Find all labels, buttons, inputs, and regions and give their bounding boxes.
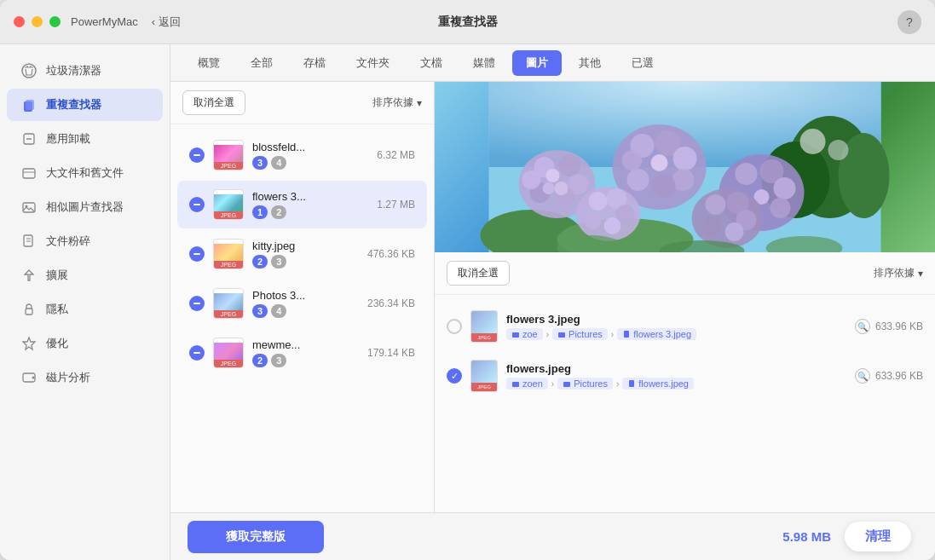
tab-all[interactable]: 全部	[237, 50, 286, 76]
list-item[interactable]: JPEG mewme... 2 3 179.14 KB	[177, 329, 427, 377]
svg-point-35	[543, 182, 555, 194]
deselect-icon[interactable]	[189, 246, 205, 262]
tab-overview[interactable]: 概覽	[184, 50, 234, 76]
trash-icon	[20, 62, 38, 79]
clean-button[interactable]: 清理	[845, 522, 911, 551]
preview-file-list: JPEG flowers 3.jpeg zoe	[435, 295, 935, 512]
list-item[interactable]: JPEG Photos 3... 3 4 236.34 KB	[177, 280, 427, 327]
deselect-icon[interactable]	[189, 345, 205, 361]
list-item[interactable]: JPEG flowers 3... 1 2 1.27 MB	[177, 181, 427, 228]
sidebar-disk-label: 磁片分析	[46, 370, 90, 385]
back-button[interactable]: ‹ 返回	[152, 14, 181, 30]
file-badges: 2 3	[252, 354, 359, 367]
path-subfolder: Pictures	[552, 328, 608, 340]
svg-point-46	[736, 163, 758, 185]
deselect-icon[interactable]	[189, 197, 205, 212]
sidebar-item-similar-photos[interactable]: 相似圖片查找器	[7, 191, 163, 223]
file-name: Photos 3...	[252, 289, 359, 302]
svg-point-63	[703, 217, 722, 236]
close-button[interactable]	[14, 16, 25, 27]
tab-document[interactable]: 文檔	[407, 50, 456, 76]
file-badges: 3 4	[252, 156, 368, 170]
sidebar-shredder-label: 文件粉碎	[46, 234, 90, 249]
svg-rect-5	[26, 100, 34, 110]
preview-deselect-all-button[interactable]: 取消全選	[447, 261, 510, 286]
svg-point-67	[800, 129, 826, 154]
svg-rect-8	[23, 169, 35, 178]
tab-media[interactable]: 媒體	[459, 50, 509, 76]
deselect-all-button[interactable]: 取消全選	[182, 90, 245, 115]
list-item[interactable]: JPEG blossfeld... 3 4 6.32 MB	[177, 131, 427, 179]
get-full-version-button[interactable]: 獲取完整版	[188, 521, 324, 553]
magnify-icon[interactable]: 🔍	[855, 319, 870, 334]
file-thumbnail: JPEG	[213, 338, 244, 368]
file-info: Photos 3... 3 4	[252, 289, 359, 318]
preview-file-path: zoen › Pictures ›	[506, 378, 846, 390]
sidebar-optimize-label: 優化	[46, 336, 68, 351]
disk-icon	[20, 369, 38, 386]
minimize-button[interactable]	[32, 16, 43, 27]
file-list-header: 取消全選 排序依據 ▾	[170, 82, 434, 124]
preview-sort-button[interactable]: 排序依據 ▾	[874, 266, 923, 280]
sidebar-uninstall-label: 應用卸載	[46, 131, 90, 147]
total-size: 5.98 MB	[782, 529, 831, 544]
svg-point-53	[589, 192, 608, 211]
tab-other[interactable]: 其他	[565, 50, 615, 76]
sidebar-item-shredder[interactable]: 文件粉碎	[7, 225, 163, 257]
deselect-icon[interactable]	[189, 296, 205, 311]
sidebar-item-duplicate[interactable]: 重複查找器	[7, 89, 163, 121]
duplicate-icon	[20, 96, 38, 113]
svg-point-33	[546, 169, 560, 182]
main-window: PowerMyMac ‹ 返回 重複查找器 ? 垃圾清潔器 重複查找器	[0, 0, 935, 560]
sidebar-item-trash[interactable]: 垃圾清潔器	[7, 55, 163, 87]
file-name: blossfeld...	[252, 141, 368, 153]
badge-count2: 4	[271, 156, 286, 170]
badge-count2: 3	[271, 354, 286, 367]
tab-folder[interactable]: 文件夾	[343, 50, 403, 76]
sidebar-item-optimize[interactable]: 優化	[7, 327, 163, 360]
file-checkbox[interactable]	[447, 368, 462, 384]
file-info: kitty.jpeg 2 3	[252, 240, 359, 268]
badge-count2: 2	[271, 205, 286, 219]
sidebar-item-uninstall[interactable]: 應用卸載	[7, 123, 163, 155]
svg-rect-74	[629, 380, 634, 387]
maximize-button[interactable]	[49, 16, 61, 27]
list-item[interactable]: JPEG kitty.jpeg 2 3 476.36 KB	[177, 230, 427, 278]
sidebar-item-large-files[interactable]: 大文件和舊文件	[7, 157, 163, 189]
svg-point-40	[672, 169, 695, 191]
right-panel: 概覽 全部 存檔 文件夾 文檔 媒體 圖片 其他 已選 取消全選 排序依據	[170, 44, 935, 560]
svg-point-48	[774, 177, 796, 199]
titlebar-right: ?	[897, 10, 921, 34]
file-size: 1.27 MB	[377, 199, 415, 211]
preview-file-size: 🔍 633.96 KB	[855, 319, 923, 334]
path-subfolder: Pictures	[557, 378, 613, 390]
tab-archive[interactable]: 存檔	[290, 50, 339, 76]
file-thumbnail: JPEG	[213, 239, 244, 269]
sidebar-item-extensions[interactable]: 擴展	[7, 259, 163, 292]
list-item[interactable]: JPEG flowers 3.jpeg zoe	[435, 302, 935, 351]
svg-point-39	[673, 147, 697, 170]
file-checkbox[interactable]	[447, 319, 462, 334]
svg-point-49	[771, 198, 791, 218]
sort-button[interactable]: 排序依據 ▾	[372, 95, 422, 110]
file-thumbnail: JPEG	[213, 288, 244, 319]
tab-image[interactable]: 圖片	[512, 50, 562, 76]
svg-rect-71	[624, 331, 629, 338]
file-badges: 1 2	[252, 205, 368, 219]
deselect-icon[interactable]	[189, 147, 205, 163]
badge-count2: 3	[271, 255, 286, 268]
sidebar-item-disk[interactable]: 磁片分析	[7, 361, 163, 394]
magnify-icon[interactable]: 🔍	[855, 368, 870, 384]
footer: 獲取完整版 5.98 MB 清理	[170, 512, 935, 560]
preview-image-area	[435, 82, 935, 252]
traffic-lights	[14, 16, 61, 27]
file-badges: 3 4	[252, 304, 359, 318]
svg-point-57	[585, 212, 602, 229]
sidebar-item-privacy[interactable]: 隱私	[7, 293, 163, 326]
file-thumbnail: JPEG	[213, 189, 244, 220]
tab-selected[interactable]: 已選	[618, 50, 667, 76]
list-item[interactable]: JPEG flowers.jpeg zoen	[435, 351, 935, 401]
file-name: mewme...	[252, 338, 359, 351]
badge-count1: 2	[252, 354, 268, 367]
help-button[interactable]: ?	[897, 10, 921, 34]
